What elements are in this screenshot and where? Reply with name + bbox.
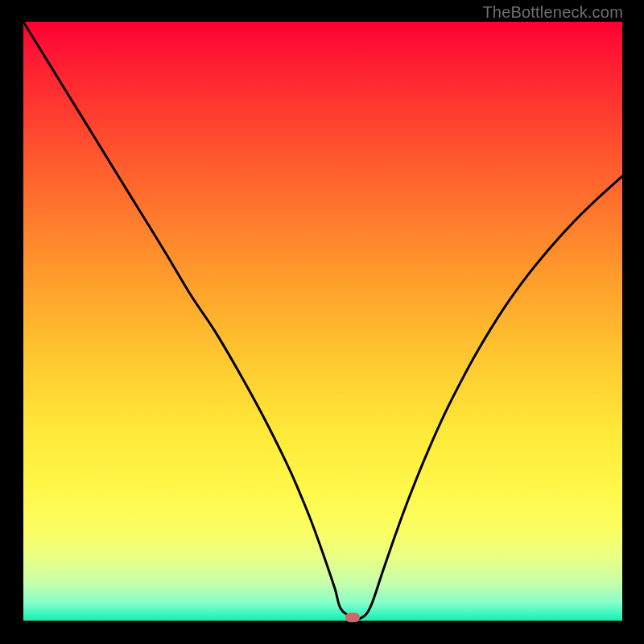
chart-plot-area	[22, 22, 622, 622]
curve-svg	[23, 22, 622, 621]
chart-frame: TheBottleneck.com	[0, 0, 644, 644]
minimum-marker	[345, 613, 360, 622]
attribution-text: TheBottleneck.com	[482, 3, 623, 22]
bottleneck-curve	[23, 22, 622, 619]
